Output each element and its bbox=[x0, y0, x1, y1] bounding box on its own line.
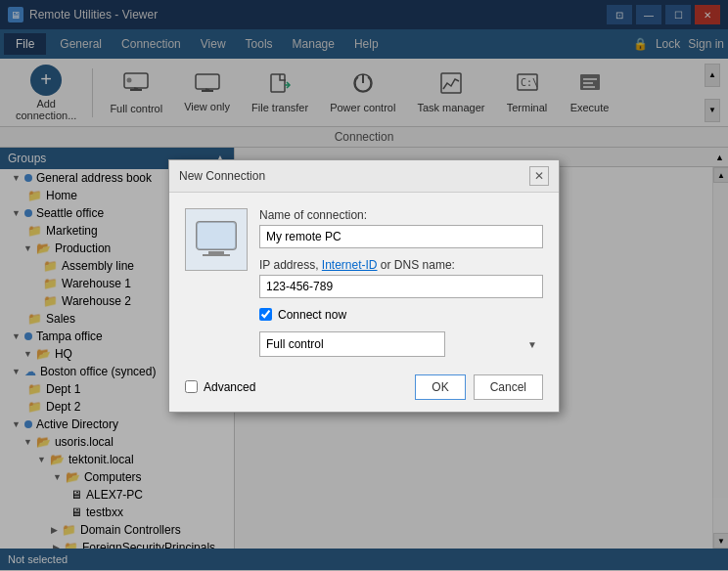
cancel-button[interactable]: Cancel bbox=[474, 374, 543, 400]
connect-now-label[interactable]: Connect now bbox=[278, 308, 346, 322]
modal-close-button[interactable]: ✕ bbox=[529, 166, 549, 186]
modal-footer: Advanced OK Cancel bbox=[169, 367, 559, 412]
modal-body: Name of connection: IP address, Internet… bbox=[169, 193, 559, 367]
name-input[interactable] bbox=[259, 225, 543, 248]
modal-overlay: New Connection ✕ Name of connection: bbox=[0, 0, 728, 571]
svg-rect-21 bbox=[203, 254, 230, 256]
modal-title-bar: New Connection ✕ bbox=[169, 160, 559, 193]
dropdown-arrow-icon: ▼ bbox=[527, 338, 537, 349]
connection-form: Name of connection: IP address, Internet… bbox=[259, 208, 543, 357]
name-group: Name of connection: bbox=[259, 208, 543, 248]
ip-group: IP address, Internet-ID or DNS name: bbox=[259, 258, 543, 298]
ok-button[interactable]: OK bbox=[415, 374, 465, 400]
mode-dropdown-group: Full control View only File transfer Pow… bbox=[259, 331, 543, 357]
advanced-group: Advanced bbox=[185, 380, 255, 394]
monitor-icon bbox=[193, 220, 240, 259]
modal-title: New Connection bbox=[179, 169, 265, 183]
connect-now-group: Connect now bbox=[259, 308, 543, 322]
ip-label: IP address, Internet-ID or DNS name: bbox=[259, 258, 543, 272]
advanced-checkbox[interactable] bbox=[185, 380, 198, 393]
internet-id-link[interactable]: Internet-ID bbox=[322, 258, 378, 272]
svg-rect-19 bbox=[197, 222, 236, 249]
connection-icon-box bbox=[185, 208, 248, 271]
name-label: Name of connection: bbox=[259, 208, 543, 222]
advanced-label[interactable]: Advanced bbox=[204, 380, 255, 394]
connect-now-checkbox[interactable] bbox=[259, 308, 272, 321]
ip-input[interactable] bbox=[259, 275, 543, 298]
mode-dropdown[interactable]: Full control View only File transfer Pow… bbox=[259, 331, 445, 357]
svg-rect-20 bbox=[208, 251, 224, 254]
new-connection-dialog: New Connection ✕ Name of connection: bbox=[168, 159, 560, 413]
